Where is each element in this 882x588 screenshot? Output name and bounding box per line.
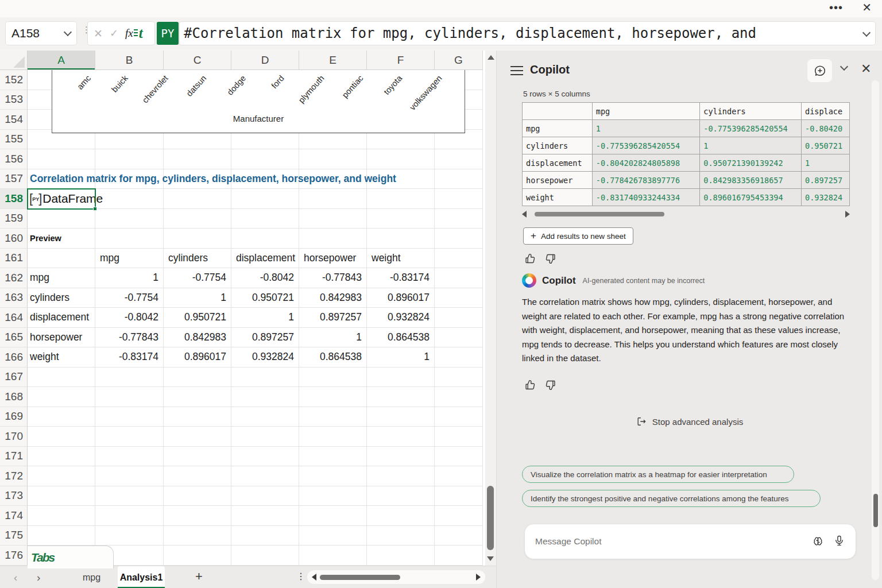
row-header-173[interactable]: 173 xyxy=(0,486,28,506)
cell-A156[interactable] xyxy=(28,149,95,169)
column-header-G[interactable]: G xyxy=(435,51,483,70)
add-sheet-icon[interactable]: + xyxy=(195,569,203,584)
cell-D163[interactable]: 0.950721 xyxy=(231,288,299,308)
cell-B171[interactable] xyxy=(95,447,164,467)
cell-B170[interactable] xyxy=(95,427,164,447)
cell-B175[interactable] xyxy=(95,526,164,546)
cell-G157[interactable] xyxy=(435,169,483,189)
cell-E171[interactable] xyxy=(299,447,367,467)
scrollbar-thumb[interactable] xyxy=(487,486,494,550)
suggestion-pill-correlations[interactable]: Identify the strongest positive and nega… xyxy=(522,490,821,507)
cell-G163[interactable] xyxy=(435,288,483,308)
cell-F164[interactable]: 0.932824 xyxy=(367,308,435,328)
cell-C159[interactable] xyxy=(164,209,231,229)
cell-D176[interactable] xyxy=(231,546,299,566)
cell-D160[interactable] xyxy=(231,229,299,249)
cell-E175[interactable] xyxy=(299,526,367,546)
cell-D169[interactable] xyxy=(231,407,299,427)
cell-A166[interactable]: weight xyxy=(28,347,95,368)
cell-F169[interactable] xyxy=(367,407,435,427)
scrollbar-thumb[interactable] xyxy=(873,494,878,527)
cell-A173[interactable] xyxy=(28,486,95,506)
cell-B162[interactable]: 1 xyxy=(95,268,164,288)
cell-A174[interactable] xyxy=(28,506,95,526)
cell-C169[interactable] xyxy=(164,407,231,427)
row-header-155[interactable]: 155 xyxy=(0,130,28,150)
enter-icon[interactable]: ✓ xyxy=(110,27,118,40)
cell-F166[interactable]: 1 xyxy=(367,347,435,368)
cell-G166[interactable] xyxy=(435,347,483,368)
scrollbar-thumb[interactable] xyxy=(535,212,664,216)
cell-A170[interactable] xyxy=(28,427,95,447)
cell-C162[interactable]: -0.7754 xyxy=(164,268,231,288)
cell-F167[interactable] xyxy=(367,368,435,388)
cell-E164[interactable]: 0.897257 xyxy=(299,308,367,328)
cell-D164[interactable]: 1 xyxy=(231,308,299,328)
row-header-170[interactable]: 170 xyxy=(0,427,28,447)
select-all-corner[interactable] xyxy=(0,51,28,70)
cell-F170[interactable] xyxy=(367,427,435,447)
cell-E159[interactable] xyxy=(299,209,367,229)
thumbs-down-icon[interactable] xyxy=(544,253,556,265)
cell-E162[interactable]: -0.77843 xyxy=(299,268,367,288)
cell-D159[interactable] xyxy=(231,209,299,229)
cell-G174[interactable] xyxy=(435,506,483,526)
cell-B167[interactable] xyxy=(95,368,164,388)
more-options-icon[interactable]: ••• xyxy=(829,1,843,14)
tabs-hint[interactable]: Tabs xyxy=(28,546,114,568)
cell-F176[interactable] xyxy=(367,546,435,566)
cell-A164[interactable]: displacement xyxy=(28,308,95,328)
cell-C164[interactable]: 0.950721 xyxy=(164,308,231,328)
chevron-down-icon[interactable] xyxy=(64,28,72,36)
cell-D166[interactable]: 0.932824 xyxy=(231,347,299,368)
row-header-174[interactable]: 174 xyxy=(0,506,28,526)
cell-G175[interactable] xyxy=(435,526,483,546)
scroll-right-icon[interactable] xyxy=(845,211,850,218)
cell-F156[interactable] xyxy=(367,149,435,169)
cell-A169[interactable] xyxy=(28,407,95,427)
cell-C165[interactable]: 0.842983 xyxy=(164,328,231,348)
cell-G156[interactable] xyxy=(435,149,483,169)
cell-B168[interactable] xyxy=(95,387,164,407)
cell-B160[interactable] xyxy=(95,229,164,249)
row-header-164[interactable]: 164 xyxy=(0,308,28,328)
cell-D161[interactable]: displacement xyxy=(231,249,299,269)
row-header-159[interactable]: 159 xyxy=(0,209,28,229)
row-header-158[interactable]: 158 xyxy=(0,189,28,209)
cell-D158[interactable] xyxy=(231,189,299,209)
cell-B156[interactable] xyxy=(95,149,164,169)
stop-advanced-analysis-button[interactable]: Stop advanced analysis xyxy=(636,416,743,427)
row-header-171[interactable]: 171 xyxy=(0,447,28,467)
cell-D165[interactable]: 0.897257 xyxy=(231,328,299,348)
close-panel-icon[interactable]: ✕ xyxy=(861,61,871,76)
microphone-icon[interactable] xyxy=(833,535,845,547)
cell-G167[interactable] xyxy=(435,368,483,388)
cell-F168[interactable] xyxy=(367,387,435,407)
cell-D162[interactable]: -0.8042 xyxy=(231,268,299,288)
sheet-tab-analysis1[interactable]: Analysis1 xyxy=(118,566,165,588)
cell-E174[interactable] xyxy=(299,506,367,526)
cell-G164[interactable] xyxy=(435,308,483,328)
cell-B173[interactable] xyxy=(95,486,164,506)
row-header-161[interactable]: 161 xyxy=(0,249,28,269)
scroll-up-icon[interactable] xyxy=(488,55,494,60)
cell-A160[interactable]: Preview xyxy=(28,229,95,249)
cell-B158[interactable] xyxy=(95,189,164,209)
fill-handle[interactable] xyxy=(93,207,97,211)
cell-A175[interactable] xyxy=(28,526,95,546)
column-header-C[interactable]: C xyxy=(164,51,231,70)
grid-horizontal-scrollbar[interactable] xyxy=(307,570,485,584)
cell-E169[interactable] xyxy=(299,407,367,427)
cell-B166[interactable]: -0.83174 xyxy=(95,347,164,368)
row-header-156[interactable]: 156 xyxy=(0,149,28,169)
python-typing-icon[interactable]: t xyxy=(139,25,143,41)
suggestion-pill-heatmap[interactable]: Visualize the correlation matrix as a he… xyxy=(522,466,794,483)
cell-D175[interactable] xyxy=(231,526,299,546)
row-header-165[interactable]: 165 xyxy=(0,328,28,348)
message-copilot-input[interactable]: Message Copilot xyxy=(524,524,856,559)
cell-G160[interactable] xyxy=(435,229,483,249)
cell-G169[interactable] xyxy=(435,407,483,427)
cell-E166[interactable]: 0.864538 xyxy=(299,347,367,368)
cell-D170[interactable] xyxy=(231,427,299,447)
cell-A162[interactable]: mpg xyxy=(28,268,95,288)
